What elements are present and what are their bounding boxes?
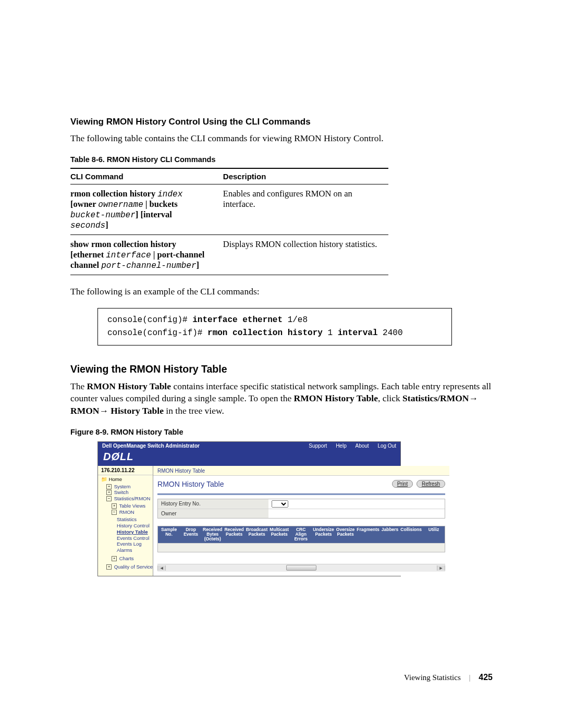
intro-text-2: The following is an example of the CLI c… <box>70 286 493 298</box>
tree-charts[interactable]: + Charts <box>112 556 153 562</box>
main-panel: RMON History Table RMON History Table Pr… <box>153 466 449 576</box>
cmd-keyword: [ethernet <box>70 250 106 260</box>
tree-stats[interactable]: − Statistics/RMON <box>106 496 153 502</box>
empty-row <box>158 543 445 552</box>
refresh-button[interactable]: Refresh <box>417 480 445 488</box>
expand-icon[interactable]: + <box>106 490 112 495</box>
footer-separator: | <box>469 673 471 682</box>
cli-desc-cell: Displays RMON collection history statist… <box>223 235 388 275</box>
link-about[interactable]: About <box>355 443 369 449</box>
th-fragments: Fragments <box>356 526 380 543</box>
link-logout[interactable]: Log Out <box>377 443 396 449</box>
section-heading-view: Viewing the RMON History Table <box>70 363 493 375</box>
cmd-keyword: show rmon collection history <box>70 239 176 249</box>
page-number: 425 <box>479 673 493 682</box>
cli-command-cell: rmon collection history index [owner own… <box>70 184 223 235</box>
breadcrumb: RMON History Table <box>153 466 449 476</box>
figure-caption: Figure 8-9. RMON History Table <box>70 428 493 436</box>
th-oversize-packets: Oversize Packets <box>335 526 356 543</box>
code-text: 1 <box>323 328 338 338</box>
table-row: show rmon collection history [ethernet i… <box>70 235 388 275</box>
horizontal-scrollbar[interactable]: ◄ ► <box>157 564 445 572</box>
th-received-bytes: Received Bytes (Octets) <box>202 526 223 543</box>
tree-rmon[interactable]: − RMON <box>112 509 153 515</box>
tree-system[interactable]: + System <box>106 484 153 490</box>
panel-buttons: Print Refresh <box>390 480 445 488</box>
th-collisions: Collisions <box>399 526 423 543</box>
code-text: interval <box>338 328 378 338</box>
th-cli-command: CLI Command <box>70 168 223 184</box>
cmd-var: ownername <box>98 200 143 209</box>
tree-rmon-statistics[interactable]: Statistics <box>117 516 153 523</box>
app-header: Dell OpenManage Switch Administrator Sup… <box>98 442 400 450</box>
th-utilization: Utiliz <box>423 526 445 543</box>
cmd-var: interface <box>106 251 151 260</box>
cmd-keyword: [owner <box>70 199 98 209</box>
cmd-var: seconds <box>70 221 105 230</box>
code-text: console(config)# <box>107 315 192 325</box>
tree-table-views[interactable]: + Table Views <box>112 503 153 509</box>
scroll-right-icon[interactable]: ► <box>437 565 445 571</box>
table-caption: Table 8-6. RMON History CLI Commands <box>70 155 493 164</box>
expand-icon[interactable]: + <box>112 556 117 561</box>
intro-text-1: The following table contains the CLI com… <box>70 132 493 145</box>
tree-rmon-events-log[interactable]: Events Log <box>117 541 153 547</box>
cmd-var: port-channel-number <box>101 261 196 270</box>
cmd-var: bucket-number <box>70 211 136 220</box>
text-bold: RMON History Table <box>87 381 171 391</box>
tree-rmon-history-table[interactable]: History Table <box>117 529 153 535</box>
cli-command-cell: show rmon collection history [ethernet i… <box>70 235 223 275</box>
cli-desc-cell: Enables and configures RMON on an interf… <box>223 184 388 235</box>
print-button[interactable]: Print <box>392 480 413 488</box>
owner-label: Owner <box>158 509 268 518</box>
th-crc-errors: CRC Align Errors <box>290 526 312 543</box>
collapse-icon[interactable]: − <box>112 510 117 515</box>
view-paragraph: The RMON History Table contains interfac… <box>70 380 493 417</box>
divider <box>157 493 445 495</box>
tree-home[interactable]: 📁 Home <box>101 476 153 483</box>
text: , click <box>378 393 402 403</box>
expand-icon[interactable]: + <box>112 503 117 509</box>
cmd-keyword: ] [interval <box>136 209 172 219</box>
text: The <box>70 381 87 391</box>
tree-rmon-history-control[interactable]: History Control <box>117 523 153 529</box>
header-links: Support Help About Log Out <box>301 443 396 449</box>
code-text: interface ethernet <box>192 315 283 325</box>
tree-qos[interactable]: + Quality of Service <box>106 564 153 570</box>
text: in the tree view. <box>164 405 224 416</box>
link-support[interactable]: Support <box>309 443 327 449</box>
results-table: Sample No. Drop Events Received Bytes (O… <box>157 526 445 552</box>
history-entry-select[interactable] <box>272 500 288 508</box>
cmd-keyword: | buckets <box>143 199 178 209</box>
scroll-left-icon[interactable]: ◄ <box>157 565 166 571</box>
brand-logo: DØLL <box>98 450 400 466</box>
th-undersize-packets: Undersize Packets <box>312 526 335 543</box>
collapse-icon[interactable]: − <box>106 496 112 501</box>
nav-tree: 176.210.11.22 📁 Home + System + Switch −… <box>98 466 153 576</box>
link-help[interactable]: Help <box>336 443 347 449</box>
scroll-thumb[interactable] <box>286 565 316 571</box>
th-received-packets: Received Packets <box>223 526 244 543</box>
cmd-keyword: | port-channel <box>151 250 205 260</box>
filter-form: History Entry No. Owner <box>157 499 445 519</box>
tree-switch[interactable]: + Switch <box>106 489 153 496</box>
cmd-keyword: ] <box>105 220 108 230</box>
table-row: rmon collection history index [owner own… <box>70 184 388 235</box>
page-footer: Viewing Statistics | 425 <box>404 673 493 682</box>
chapter-name: Viewing Statistics <box>404 673 461 682</box>
th-jabbers: Jabbers <box>381 526 400 543</box>
cli-commands-table: CLI Command Description rmon collection … <box>70 168 388 275</box>
cmd-keyword: ] <box>197 260 200 270</box>
owner-value <box>268 509 445 518</box>
expand-icon[interactable]: + <box>106 564 112 570</box>
th-sample-no: Sample No. <box>158 526 180 543</box>
tree-rmon-events-control[interactable]: Events Control <box>117 535 153 541</box>
panel-title: RMON History Table <box>157 480 224 488</box>
cmd-keyword: rmon collection history <box>70 189 157 199</box>
section-heading-cli: Viewing RMON History Control Using the C… <box>70 117 493 127</box>
cmd-var: index <box>157 190 182 199</box>
tree-rmon-alarms[interactable]: Alarms <box>117 547 153 553</box>
history-entry-label: History Entry No. <box>158 499 268 509</box>
expand-icon[interactable]: + <box>106 484 112 489</box>
th-description: Description <box>223 168 388 184</box>
